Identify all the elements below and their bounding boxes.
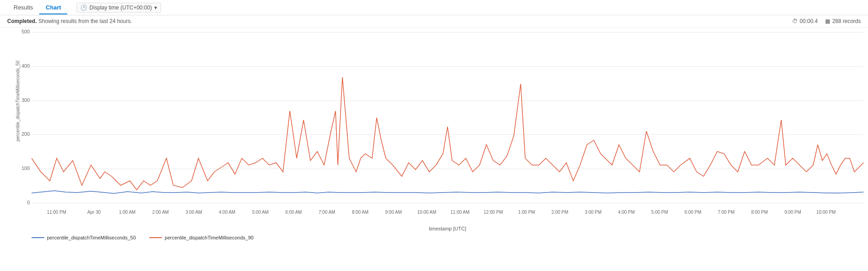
chart-legend: percentile_dispatchTimeMilliseconds_50 p… [5, 231, 863, 240]
x-label-17: 4:00 PM [618, 210, 635, 215]
x-label-14: 1:00 PM [518, 210, 535, 215]
y-label-0: 0 [13, 200, 30, 205]
x-label-18: 5:00 PM [651, 210, 668, 215]
completed-label: Completed. [7, 18, 37, 24]
y-label-300: 300 [13, 97, 30, 103]
x-label-0: 11:00 PM [47, 210, 66, 215]
x-label-23: 10:00 PM [817, 210, 836, 215]
duration-value: 00:00.4 [800, 18, 818, 24]
x-label-22: 9:00 PM [785, 210, 801, 215]
x-label-13: 12:00 PM [484, 210, 503, 215]
y-label-100: 100 [13, 165, 30, 171]
x-label-21: 8:00 PM [751, 210, 768, 215]
x-label-8: 7:00 AM [319, 210, 335, 215]
legend-p50-line [32, 237, 44, 238]
x-label-20: 7:00 PM [718, 210, 734, 215]
duration-item: ⏱ 00:00.4 [792, 18, 818, 24]
y-label-500: 500 [13, 29, 30, 34]
x-label-6: 5:00 AM [252, 210, 269, 215]
display-time-label: Display time (UTC+00:00) [89, 5, 152, 11]
legend-p90: percentile_dispatchTimeMilliseconds_90 [149, 235, 254, 240]
chart-svg [32, 32, 863, 203]
display-time-button[interactable]: 🕐 Display time (UTC+00:00) ▾ [76, 3, 161, 13]
series-p50 [32, 191, 863, 193]
timer-icon: ⏱ [792, 18, 798, 24]
status-message: Showing results from the last 24 hours. [38, 18, 132, 24]
legend-p50-label: percentile_dispatchTimeMilliseconds_50 [47, 235, 136, 240]
y-axis-label: percentile_dispatchTimeMilliseconds_50 [15, 117, 20, 142]
tab-chart[interactable]: Chart [39, 1, 67, 14]
series-p90 [32, 77, 863, 190]
x-label-9: 8:00 AM [352, 210, 369, 215]
tab-bar: Results Chart 🕐 Display time (UTC+00:00)… [0, 0, 868, 15]
x-axis: 11:00 PM Apr 30 1:00 AM 2:00 AM 3:00 AM … [32, 203, 863, 217]
x-label-4: 3:00 AM [185, 210, 202, 215]
legend-p90-line [149, 237, 162, 238]
status-right: ⏱ 00:00.4 ▦ 288 records [792, 18, 861, 24]
chevron-down-icon: ▾ [154, 5, 157, 11]
x-label-7: 6:00 AM [286, 210, 302, 215]
x-label-12: 11:00 AM [451, 210, 470, 215]
status-left: Completed. Showing results from the last… [7, 18, 132, 24]
x-label-10: 9:00 AM [385, 210, 402, 215]
x-label-15: 2:00 PM [551, 210, 568, 215]
legend-p90-label: percentile_dispatchTimeMilliseconds_90 [165, 235, 254, 240]
legend-p50: percentile_dispatchTimeMilliseconds_50 [32, 235, 136, 240]
x-label-5: 4:00 AM [219, 210, 235, 215]
records-value: 288 records [832, 18, 861, 24]
y-label-200: 200 [13, 131, 30, 137]
x-label-16: 3:00 PM [585, 210, 601, 215]
clock-icon: 🕐 [80, 5, 87, 11]
x-label-19: 6:00 PM [684, 210, 701, 215]
chart-area: percentile_dispatchTimeMilliseconds_50 5… [0, 28, 868, 244]
records-icon: ▦ [825, 18, 830, 24]
x-label-1: Apr 30 [88, 210, 101, 215]
status-bar: Completed. Showing results from the last… [0, 15, 868, 28]
x-label-3: 2:00 AM [152, 210, 169, 215]
records-item: ▦ 288 records [825, 18, 861, 24]
x-label-2: 1:00 AM [119, 210, 136, 215]
x-axis-title: timestamp [UTC] [32, 226, 863, 231]
chart-inner: 500 400 300 200 100 0 11:00 PM Apr 30 1:… [32, 32, 863, 217]
tab-results[interactable]: Results [7, 1, 39, 14]
x-label-11: 10:00 AM [417, 210, 436, 215]
y-label-400: 400 [13, 63, 30, 69]
